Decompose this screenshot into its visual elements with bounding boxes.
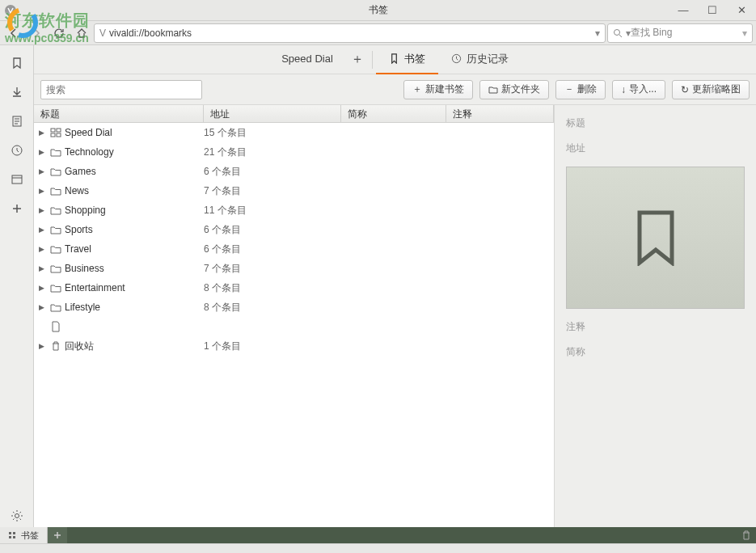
panel-settings-icon[interactable] [6,504,28,527]
tab-bookmarks[interactable]: 书签 [376,45,438,74]
side-panel [0,45,34,527]
row-count: 21 个条目 [204,146,341,159]
row-name: Technology [65,146,114,158]
home-button[interactable] [71,23,92,44]
row-count: 6 个条目 [204,243,341,256]
row-name: Shopping [65,205,106,216]
expand-icon[interactable]: ▶ [39,129,47,137]
browser-tabstrip: 书签 [0,527,756,543]
panel-add-icon[interactable] [6,197,28,220]
search-engine-bar[interactable]: ▾ 查找 Bing ▾ [607,23,753,43]
expand-icon[interactable]: ▶ [39,284,47,292]
vivaldi-logo-icon [0,0,21,21]
detail-address-label: 地址 [566,141,745,155]
table-row[interactable]: ▶Lifestyle8 个条目 [34,298,554,317]
row-count: 8 个条目 [204,281,341,295]
table-row[interactable]: ▶回收站1 个条目 [34,336,554,356]
row-name: Lifestyle [65,302,100,313]
detail-pane: 标题 地址 注释 简称 [554,105,756,527]
expand-icon[interactable]: ▶ [39,245,47,253]
tab-speed-dial[interactable]: Speed Dial [268,45,346,74]
search-icon [613,28,623,38]
expand-icon[interactable]: ▶ [39,167,47,175]
expand-icon[interactable]: ▶ [39,342,47,350]
row-name: Entertainment [65,282,125,293]
close-button[interactable]: ✕ [727,0,756,21]
table-row[interactable] [34,317,554,336]
table-row[interactable]: ▶Speed Dial15 个条目 [34,123,554,142]
table-row[interactable]: ▶Sports6 个条目 [34,220,554,239]
expand-icon[interactable]: ▶ [39,264,47,272]
table-row[interactable]: ▶Business7 个条目 [34,259,554,278]
detail-note-label: 注释 [566,320,745,334]
window-title: 书签 [369,3,388,17]
file-icon [50,321,61,332]
bookmark-search-input[interactable] [40,80,202,99]
address-bar[interactable]: V vivaldi://bookmarks ▾ [94,23,606,43]
delete-button[interactable]: －删除 [555,80,606,99]
folder-icon [50,282,61,293]
expand-icon[interactable]: ▶ [39,303,47,311]
address-text: vivaldi://bookmarks [109,27,192,39]
expand-icon[interactable]: ▶ [39,226,47,234]
update-thumbnail-button[interactable]: ↻更新缩略图 [672,80,750,99]
header-title[interactable]: 标题 [34,105,204,122]
reload-button[interactable] [49,23,70,44]
new-tab-button[interactable] [48,527,67,543]
header-nickname[interactable]: 简称 [341,105,446,122]
svg-rect-15 [9,536,11,538]
panel-downloads-icon[interactable] [6,81,28,103]
address-dropdown-icon[interactable]: ▾ [595,27,600,39]
folder-icon [50,146,61,158]
row-count: 15 个条目 [204,126,341,140]
back-button[interactable] [3,23,24,44]
table-row[interactable]: ▶Entertainment8 个条目 [34,278,554,298]
detail-nickname-label: 简称 [566,345,745,359]
search-placeholder: 查找 Bing [631,26,672,40]
bookmark-actionbar: ＋新建书签 新文件夹 －删除 ↓导入... ↻更新缩略图 [34,74,756,105]
row-count: 6 个条目 [204,165,341,179]
table-row[interactable]: ▶Games6 个条目 [34,162,554,181]
svg-point-3 [615,29,620,35]
row-count: 1 个条目 [204,340,341,353]
table-row[interactable]: ▶News7 个条目 [34,181,554,201]
table-row[interactable]: ▶Shopping11 个条目 [34,201,554,220]
folder-icon [50,224,61,235]
table-row[interactable]: ▶Technology21 个条目 [34,142,554,162]
table-row[interactable]: ▶Travel6 个条目 [34,239,554,259]
svg-point-7 [15,514,19,518]
header-address[interactable]: 地址 [204,105,341,122]
row-count: 7 个条目 [204,184,341,198]
browser-tab[interactable]: 书签 [0,527,48,543]
panel-window-icon[interactable] [6,168,28,191]
row-name: Business [65,263,104,274]
import-button[interactable]: ↓导入... [612,80,665,99]
folder-icon [50,263,61,274]
tab-history[interactable]: 历史记录 [438,45,522,74]
svg-rect-12 [57,133,61,137]
svg-rect-6 [12,175,22,184]
row-count: 7 个条目 [204,262,341,276]
new-folder-button[interactable]: 新文件夹 [479,80,549,99]
minimize-button[interactable]: — [669,0,698,21]
forward-button[interactable] [26,23,47,44]
expand-icon[interactable]: ▶ [39,187,47,195]
maximize-button[interactable]: ☐ [698,0,727,21]
panel-notes-icon[interactable] [6,110,28,133]
expand-icon[interactable]: ▶ [39,206,47,214]
trash-tabs-icon[interactable] [737,530,756,541]
svg-rect-13 [9,532,11,534]
folder-icon [50,166,61,177]
table-body: ▶Speed Dial15 个条目▶Technology21 个条目▶Games… [34,123,554,527]
panel-history-icon[interactable] [6,139,28,162]
row-name: 回收站 [65,340,94,353]
panel-bookmarks-icon[interactable] [6,52,28,74]
row-name: Speed Dial [65,127,112,138]
add-speed-dial-button[interactable]: ＋ [346,51,369,68]
new-bookmark-button[interactable]: ＋新建书签 [403,80,473,99]
header-note[interactable]: 注释 [446,105,554,122]
expand-icon[interactable]: ▶ [39,148,47,156]
row-name: Games [65,166,96,177]
minus-icon: － [564,82,574,96]
svg-rect-10 [57,129,61,132]
